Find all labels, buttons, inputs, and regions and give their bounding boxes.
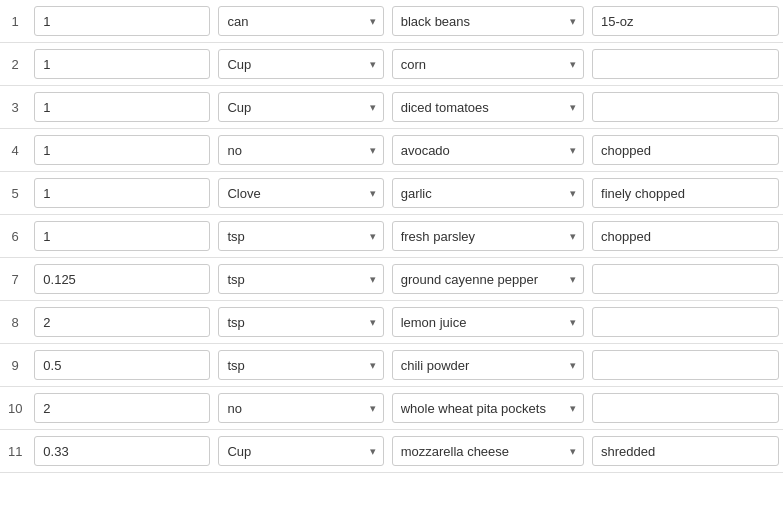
note-input[interactable] [592, 436, 779, 466]
unit-select-wrapper: tsp can Cup tsp tbsp oz lb no Clove [218, 264, 383, 294]
quantity-input[interactable] [34, 221, 210, 251]
unit-select-wrapper: Cup can Cup tsp tbsp oz lb no Clove [218, 436, 383, 466]
unit-select-wrapper: Clove can Cup tsp tbsp oz lb no Clove [218, 178, 383, 208]
unit-select[interactable]: Cup can Cup tsp tbsp oz lb no Clove [218, 49, 383, 79]
quantity-input[interactable] [34, 92, 210, 122]
table-row: 1 can can Cup tsp tbsp oz lb no Clove [0, 0, 783, 43]
note-input[interactable] [592, 350, 779, 380]
table-row: 3 Cup can Cup tsp tbsp oz lb no Clove [0, 86, 783, 129]
quantity-input[interactable] [34, 178, 210, 208]
table-row: 8 tsp can Cup tsp tbsp oz lb no Clove [0, 301, 783, 344]
note-cell [588, 258, 783, 301]
quantity-input[interactable] [34, 350, 210, 380]
unit-select[interactable]: tsp can Cup tsp tbsp oz lb no Clove [218, 221, 383, 251]
note-input[interactable] [592, 6, 779, 36]
table-row: 11 Cup can Cup tsp tbsp oz lb no Clove [0, 430, 783, 473]
ingredient-select[interactable]: diced tomatoes [392, 92, 584, 122]
quantity-input[interactable] [34, 393, 210, 423]
quantity-cell [30, 86, 214, 129]
table-row: 6 tsp can Cup tsp tbsp oz lb no Clove [0, 215, 783, 258]
unit-select-wrapper: no can Cup tsp tbsp oz lb no Clove [218, 135, 383, 165]
unit-select[interactable]: tsp can Cup tsp tbsp oz lb no Clove [218, 307, 383, 337]
ingredient-select[interactable]: black beans [392, 6, 584, 36]
unit-select[interactable]: no can Cup tsp tbsp oz lb no Clove [218, 393, 383, 423]
note-cell [588, 0, 783, 43]
ingredient-select[interactable]: whole wheat pita pockets [392, 393, 584, 423]
ingredient-cell: avocado [388, 129, 588, 172]
unit-select[interactable]: tsp can Cup tsp tbsp oz lb no Clove [218, 350, 383, 380]
note-cell [588, 430, 783, 473]
ingredient-select[interactable]: fresh parsley [392, 221, 584, 251]
row-number: 8 [0, 301, 30, 344]
row-number: 5 [0, 172, 30, 215]
unit-cell: tsp can Cup tsp tbsp oz lb no Clove [214, 344, 387, 387]
unit-cell: no can Cup tsp tbsp oz lb no Clove [214, 387, 387, 430]
quantity-input[interactable] [34, 6, 210, 36]
ingredient-cell: chili powder [388, 344, 588, 387]
note-input[interactable] [592, 178, 779, 208]
unit-select[interactable]: tsp can Cup tsp tbsp oz lb no Clove [218, 264, 383, 294]
unit-select-wrapper: can can Cup tsp tbsp oz lb no Clove [218, 6, 383, 36]
ingredient-select[interactable]: mozzarella cheese [392, 436, 584, 466]
ingredient-table: 1 can can Cup tsp tbsp oz lb no Clove [0, 0, 783, 473]
ingredient-cell: lemon juice [388, 301, 588, 344]
unit-select-wrapper: tsp can Cup tsp tbsp oz lb no Clove [218, 307, 383, 337]
row-number: 11 [0, 430, 30, 473]
row-number: 3 [0, 86, 30, 129]
note-input[interactable] [592, 393, 779, 423]
ingredient-select-wrapper: mozzarella cheese [392, 436, 584, 466]
unit-cell: tsp can Cup tsp tbsp oz lb no Clove [214, 215, 387, 258]
note-cell [588, 129, 783, 172]
unit-cell: Cup can Cup tsp tbsp oz lb no Clove [214, 86, 387, 129]
quantity-input[interactable] [34, 135, 210, 165]
row-number: 2 [0, 43, 30, 86]
unit-select[interactable]: no can Cup tsp tbsp oz lb no Clove [218, 135, 383, 165]
table-row: 9 tsp can Cup tsp tbsp oz lb no Clove [0, 344, 783, 387]
quantity-input[interactable] [34, 436, 210, 466]
quantity-cell [30, 43, 214, 86]
quantity-cell [30, 129, 214, 172]
ingredient-cell: black beans [388, 0, 588, 43]
ingredient-select-wrapper: avocado [392, 135, 584, 165]
quantity-cell [30, 301, 214, 344]
unit-cell: Cup can Cup tsp tbsp oz lb no Clove [214, 430, 387, 473]
unit-select-wrapper: no can Cup tsp tbsp oz lb no Clove [218, 393, 383, 423]
note-input[interactable] [592, 264, 779, 294]
ingredient-select[interactable]: chili powder [392, 350, 584, 380]
quantity-cell [30, 258, 214, 301]
quantity-cell [30, 430, 214, 473]
unit-cell: tsp can Cup tsp tbsp oz lb no Clove [214, 301, 387, 344]
table-row: 10 no can Cup tsp tbsp oz lb no Clove [0, 387, 783, 430]
ingredient-select[interactable]: corn [392, 49, 584, 79]
unit-select[interactable]: Cup can Cup tsp tbsp oz lb no Clove [218, 436, 383, 466]
row-number: 10 [0, 387, 30, 430]
quantity-input[interactable] [34, 264, 210, 294]
note-input[interactable] [592, 135, 779, 165]
quantity-input[interactable] [34, 49, 210, 79]
unit-cell: no can Cup tsp tbsp oz lb no Clove [214, 129, 387, 172]
ingredient-select-wrapper: diced tomatoes [392, 92, 584, 122]
quantity-input[interactable] [34, 307, 210, 337]
note-cell [588, 387, 783, 430]
unit-select[interactable]: Clove can Cup tsp tbsp oz lb no Clove [218, 178, 383, 208]
ingredient-cell: fresh parsley [388, 215, 588, 258]
ingredient-select[interactable]: avocado [392, 135, 584, 165]
note-input[interactable] [592, 221, 779, 251]
ingredient-select[interactable]: lemon juice [392, 307, 584, 337]
unit-cell: Cup can Cup tsp tbsp oz lb no Clove [214, 43, 387, 86]
ingredient-cell: garlic [388, 172, 588, 215]
quantity-cell [30, 215, 214, 258]
note-input[interactable] [592, 49, 779, 79]
table-row: 7 tsp can Cup tsp tbsp oz lb no Clove [0, 258, 783, 301]
row-number: 4 [0, 129, 30, 172]
row-number: 6 [0, 215, 30, 258]
quantity-cell [30, 0, 214, 43]
unit-select[interactable]: Cup can Cup tsp tbsp oz lb no Clove [218, 92, 383, 122]
ingredient-cell: whole wheat pita pockets [388, 387, 588, 430]
ingredient-cell: mozzarella cheese [388, 430, 588, 473]
unit-select[interactable]: can can Cup tsp tbsp oz lb no Clove [218, 6, 383, 36]
note-input[interactable] [592, 307, 779, 337]
note-input[interactable] [592, 92, 779, 122]
ingredient-select[interactable]: ground cayenne pepper [392, 264, 584, 294]
ingredient-select[interactable]: garlic [392, 178, 584, 208]
